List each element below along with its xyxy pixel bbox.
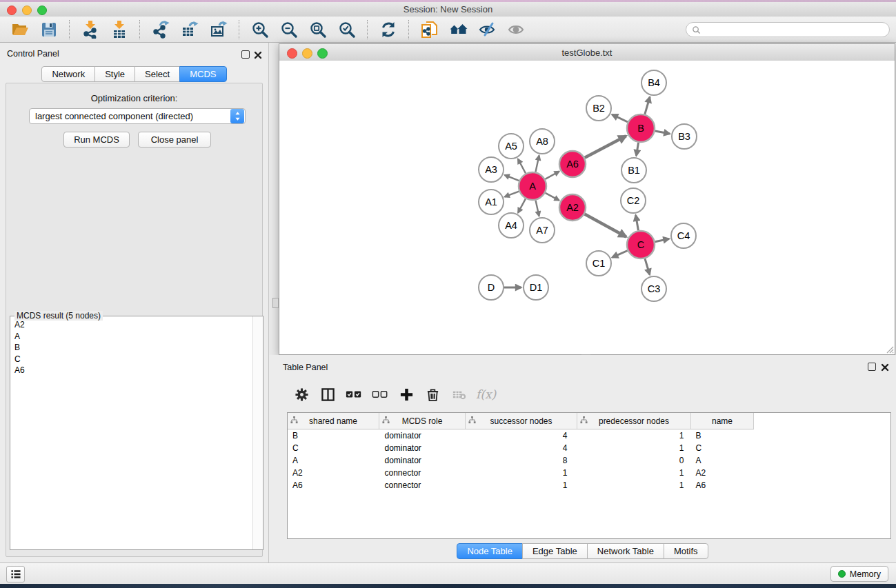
edge-C-C4[interactable] xyxy=(655,239,670,241)
column-header-shared-name[interactable]: shared name xyxy=(288,413,379,429)
column-header-MCDS-role[interactable]: MCDS role xyxy=(379,413,466,429)
clone-network-icon[interactable] xyxy=(418,19,441,41)
select-all-columns-icon[interactable] xyxy=(344,384,364,405)
hide-graphics-details-icon[interactable] xyxy=(476,19,499,41)
columns-icon[interactable] xyxy=(317,384,338,405)
edge-C-C3[interactable] xyxy=(645,258,650,274)
graph-node-A4[interactable]: A4 xyxy=(499,213,524,238)
vertical-splitter-handle[interactable] xyxy=(272,298,279,308)
edge-A-A8[interactable] xyxy=(535,156,539,172)
float-panel-icon[interactable] xyxy=(241,50,250,59)
task-history-button[interactable] xyxy=(6,566,25,582)
edge-B-B1[interactable] xyxy=(636,143,638,156)
edge-B-B2[interactable] xyxy=(612,114,628,122)
column-header-predecessor-nodes[interactable]: predecessor nodes xyxy=(577,413,691,429)
search-input[interactable] xyxy=(686,22,890,37)
table-row[interactable]: A2connector11A2 xyxy=(288,467,754,479)
delete-column-icon[interactable] xyxy=(422,384,443,405)
graph-node-A2[interactable]: A2 xyxy=(559,194,586,221)
search-field[interactable] xyxy=(704,24,889,35)
column-header-name[interactable]: name xyxy=(691,413,754,429)
graph-node-A1[interactable]: A1 xyxy=(479,190,504,214)
deselect-all-columns-icon[interactable] xyxy=(370,384,390,405)
mcds-result-item[interactable]: A xyxy=(11,331,252,343)
criterion-dropdown[interactable]: largest connected component (directed) xyxy=(29,108,246,124)
tab-style[interactable]: Style xyxy=(94,66,135,82)
graph-node-A6[interactable]: A6 xyxy=(559,151,586,177)
graph-node-B[interactable]: B xyxy=(627,114,655,142)
memory-button[interactable]: Memory xyxy=(830,566,888,582)
graph-node-B3[interactable]: B3 xyxy=(672,124,697,149)
close-panel-icon[interactable] xyxy=(254,50,262,58)
export-table-icon[interactable] xyxy=(178,19,201,41)
zoom-out-icon[interactable] xyxy=(277,19,301,41)
column-header-successor-nodes[interactable]: successor nodes xyxy=(466,413,577,429)
zoom-in-icon[interactable] xyxy=(248,19,272,41)
mcds-result-item[interactable]: C xyxy=(11,354,252,365)
graph-node-C[interactable]: C xyxy=(627,231,655,258)
table-tab-edge-table[interactable]: Edge Table xyxy=(522,543,588,559)
table-tab-node-table[interactable]: Node Table xyxy=(457,543,523,559)
edge-A-A1[interactable] xyxy=(505,192,519,197)
table-row[interactable]: Bdominator41B xyxy=(288,429,754,443)
float-table-panel-icon[interactable] xyxy=(868,363,876,371)
graph-node-D[interactable]: D xyxy=(479,275,504,300)
edge-A-A6[interactable] xyxy=(545,172,559,179)
graph-node-B1[interactable]: B1 xyxy=(621,158,646,183)
edge-A-A5[interactable] xyxy=(518,159,526,174)
show-graphics-details-icon[interactable] xyxy=(505,19,528,41)
open-session-icon[interactable] xyxy=(8,19,32,41)
close-panel-button[interactable]: Close panel xyxy=(138,132,211,148)
edge-A-A4[interactable] xyxy=(518,199,526,212)
graph-node-A8[interactable]: A8 xyxy=(530,129,555,154)
close-table-panel-icon[interactable] xyxy=(881,362,889,370)
edge-A-A2[interactable] xyxy=(546,193,559,201)
edge-C-C2[interactable] xyxy=(636,215,639,230)
mcds-result-item[interactable]: B xyxy=(11,342,252,354)
graph-node-C3[interactable]: C3 xyxy=(641,276,666,301)
run-mcds-button[interactable]: Run MCDS xyxy=(63,132,130,148)
add-column-icon[interactable] xyxy=(396,384,417,405)
graph-node-A5[interactable]: A5 xyxy=(499,134,524,159)
network-canvas[interactable]: B4B2BB3B1A5A8A6A3AA1A2C2A4A7C4CC1C3DD1 xyxy=(279,61,895,354)
import-network-icon[interactable] xyxy=(79,19,102,41)
table-tab-network-table[interactable]: Network Table xyxy=(587,543,664,559)
graph-node-C4[interactable]: C4 xyxy=(671,223,696,248)
graph-node-A7[interactable]: A7 xyxy=(530,218,555,243)
import-table-icon[interactable] xyxy=(108,19,131,41)
graph-node-C1[interactable]: C1 xyxy=(586,251,611,276)
zoom-fit-icon[interactable] xyxy=(306,19,330,41)
table-row[interactable]: Adominator80A xyxy=(288,454,754,467)
graph-node-D1[interactable]: D1 xyxy=(524,275,548,300)
graph-node-C2[interactable]: C2 xyxy=(621,188,646,213)
export-image-icon[interactable] xyxy=(207,19,230,41)
tab-select[interactable]: Select xyxy=(135,66,180,82)
graph-node-A[interactable]: A xyxy=(519,172,546,200)
graph-node-B4[interactable]: B4 xyxy=(641,70,666,95)
home-icon[interactable] xyxy=(447,19,470,41)
edge-A2-C[interactable] xyxy=(585,214,626,237)
refresh-icon[interactable] xyxy=(377,19,400,41)
export-network-icon[interactable] xyxy=(149,19,172,41)
graph-node-A3[interactable]: A3 xyxy=(479,157,504,182)
tab-network[interactable]: Network xyxy=(41,66,95,82)
edge-C-C1[interactable] xyxy=(613,250,628,257)
graph-node-B2[interactable]: B2 xyxy=(586,96,611,121)
resize-grip-icon[interactable] xyxy=(884,344,894,354)
edge-A-A7[interactable] xyxy=(535,201,539,216)
mcds-result-item[interactable]: A6 xyxy=(11,365,252,376)
scrollbar-track[interactable] xyxy=(252,316,263,549)
table-row[interactable]: A6connector11A6 xyxy=(288,479,754,491)
network-window-titlebar[interactable]: testGlobe.txt xyxy=(279,44,895,61)
edge-A-A3[interactable] xyxy=(504,175,519,181)
edge-B-B3[interactable] xyxy=(655,131,670,134)
edge-B-B4[interactable] xyxy=(645,97,650,114)
table-row[interactable]: Cdominator41C xyxy=(288,442,754,454)
table-tab-motifs[interactable]: Motifs xyxy=(664,543,708,559)
edge-A6-B[interactable] xyxy=(585,136,626,157)
save-session-icon[interactable] xyxy=(37,19,61,41)
gear-icon[interactable] xyxy=(291,384,312,405)
mcds-result-item[interactable]: A2 xyxy=(11,319,252,331)
tab-mcds[interactable]: MCDS xyxy=(179,66,226,82)
zoom-selected-icon[interactable] xyxy=(335,19,359,41)
